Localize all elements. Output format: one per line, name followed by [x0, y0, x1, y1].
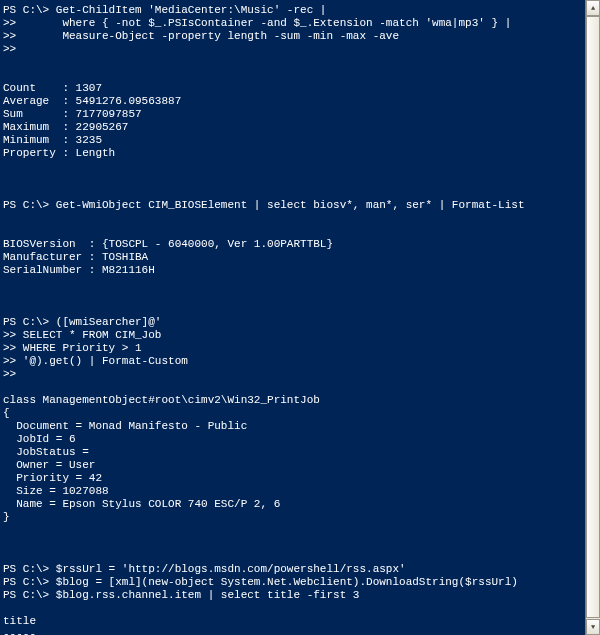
terminal-line: Manufacturer : TOSHIBA: [3, 251, 582, 264]
terminal-line: >>: [3, 368, 582, 381]
terminal-line: PS C:\> $blog = [xml](new-object System.…: [3, 576, 582, 589]
terminal-line: Name = Epson Stylus COLOR 740 ESC/P 2, 6: [3, 498, 582, 511]
terminal-line: [3, 69, 582, 82]
terminal-line: Count : 1307: [3, 82, 582, 95]
terminal-line: }: [3, 511, 582, 524]
terminal-line: [3, 290, 582, 303]
terminal-line: [3, 550, 582, 563]
terminal-line: Priority = 42: [3, 472, 582, 485]
terminal-line: -----: [3, 628, 582, 635]
chevron-up-icon: ▲: [591, 4, 595, 12]
terminal-output: PS C:\> Get-ChildItem 'MediaCenter:\Musi…: [3, 4, 582, 635]
terminal-line: Property : Length: [3, 147, 582, 160]
terminal-line: class ManagementObject#root\cimv2\Win32_…: [3, 394, 582, 407]
terminal-line: Maximum : 22905267: [3, 121, 582, 134]
terminal-line: PS C:\> Get-WmiObject CIM_BIOSElement | …: [3, 199, 582, 212]
terminal-line: JobStatus =: [3, 446, 582, 459]
powershell-console[interactable]: PS C:\> Get-ChildItem 'MediaCenter:\Musi…: [0, 0, 585, 635]
terminal-line: >> WHERE Priority > 1: [3, 342, 582, 355]
chevron-down-icon: ▼: [591, 623, 595, 631]
terminal-line: >> where { -not $_.PSIsContainer -and $_…: [3, 17, 582, 30]
terminal-line: Document = Monad Manifesto - Public: [3, 420, 582, 433]
terminal-line: title: [3, 615, 582, 628]
terminal-line: [3, 160, 582, 173]
terminal-line: [3, 524, 582, 537]
terminal-line: [3, 56, 582, 69]
terminal-line: BIOSVersion : {TOSCPL - 6040000, Ver 1.0…: [3, 238, 582, 251]
terminal-line: SerialNumber : M821116H: [3, 264, 582, 277]
scrollbar-thumb[interactable]: [586, 16, 600, 618]
terminal-line: [3, 186, 582, 199]
terminal-line: >>: [3, 43, 582, 56]
terminal-line: >> '@).get() | Format-Custom: [3, 355, 582, 368]
terminal-line: [3, 303, 582, 316]
terminal-line: JobId = 6: [3, 433, 582, 446]
terminal-line: [3, 277, 582, 290]
terminal-line: Minimum : 3235: [3, 134, 582, 147]
terminal-line: >> SELECT * FROM CIM_Job: [3, 329, 582, 342]
terminal-line: [3, 381, 582, 394]
terminal-line: {: [3, 407, 582, 420]
terminal-line: PS C:\> $rssUrl = 'http://blogs.msdn.com…: [3, 563, 582, 576]
terminal-line: PS C:\> $blog.rss.channel.item | select …: [3, 589, 582, 602]
terminal-line: >> Measure-Object -property length -sum …: [3, 30, 582, 43]
terminal-line: [3, 537, 582, 550]
terminal-line: Owner = User: [3, 459, 582, 472]
vertical-scrollbar[interactable]: ▲ ▼: [585, 0, 600, 635]
scroll-up-button[interactable]: ▲: [586, 0, 600, 16]
terminal-line: Average : 5491276.09563887: [3, 95, 582, 108]
terminal-line: [3, 173, 582, 186]
terminal-line: Sum : 7177097857: [3, 108, 582, 121]
scroll-down-button[interactable]: ▼: [586, 619, 600, 635]
terminal-line: [3, 602, 582, 615]
terminal-line: PS C:\> ([wmiSearcher]@': [3, 316, 582, 329]
terminal-line: PS C:\> Get-ChildItem 'MediaCenter:\Musi…: [3, 4, 582, 17]
terminal-line: Size = 1027088: [3, 485, 582, 498]
terminal-line: [3, 212, 582, 225]
terminal-line: [3, 225, 582, 238]
